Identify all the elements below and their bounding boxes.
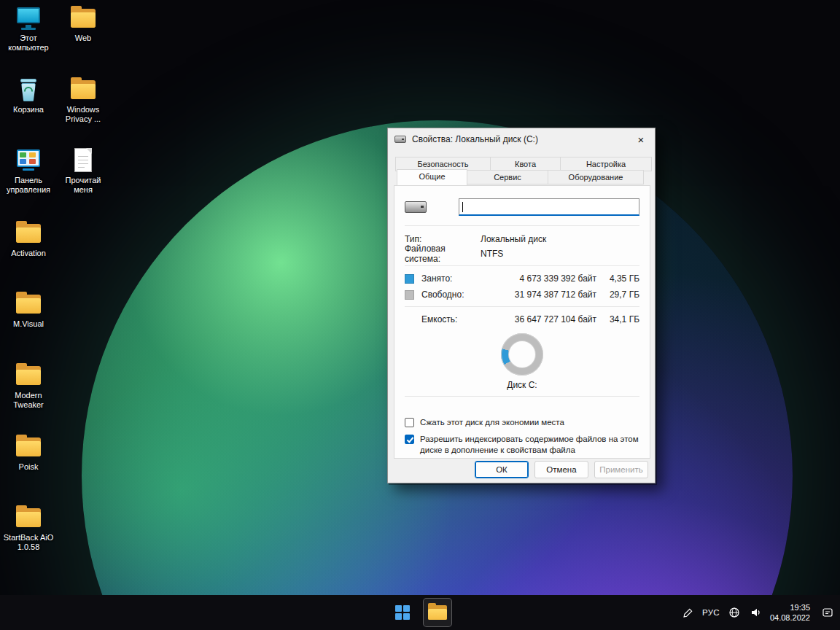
- general-tab-panel: Тип: Локальный диск Файловая система: NT…: [394, 185, 650, 459]
- tab-hardware[interactable]: Оборудование: [548, 170, 644, 184]
- desktop-icon-control-panel[interactable]: Панель управления: [1, 148, 55, 195]
- desktop-icon-startback[interactable]: StartBack AiO 1.0.58: [1, 505, 55, 552]
- filesystem-row: Файловая система: NTFS: [405, 246, 639, 261]
- cancel-button[interactable]: Отмена: [534, 461, 588, 478]
- control-panel-icon: [14, 148, 43, 173]
- tab-strip-front: Общие Сервис Оборудование: [397, 170, 643, 186]
- desktop-icon-label: Windows Privacy ...: [56, 105, 110, 124]
- type-value: Локальный диск: [481, 234, 546, 244]
- used-size: 4,35 ГБ: [596, 273, 639, 284]
- desktop-icon-label: Activation: [11, 249, 46, 258]
- desktop-icon-label: Панель управления: [1, 176, 55, 195]
- desktop-icon-label: Web: [75, 34, 91, 43]
- separator: [405, 306, 639, 307]
- folder-icon: [14, 221, 43, 246]
- desktop-icon-label: Modern Tweaker: [1, 391, 55, 410]
- desktop-icon-windows-privacy[interactable]: Windows Privacy ...: [56, 77, 110, 124]
- folder-icon: [14, 363, 43, 388]
- taskbar-center: [388, 598, 452, 627]
- document-icon: [69, 148, 98, 173]
- desktop-icon-readme[interactable]: Прочитай меня: [56, 148, 110, 195]
- disk-properties-dialog: Свойства: Локальный диск (C:) × Безопасн…: [387, 128, 656, 483]
- pen-icon[interactable]: [681, 606, 694, 619]
- desktop-icon-recycle-bin[interactable]: Корзина: [1, 77, 55, 114]
- language-indicator[interactable]: РУС: [702, 608, 720, 617]
- folder-icon: [14, 435, 43, 459]
- tab-service[interactable]: Сервис: [467, 170, 548, 184]
- windows-logo-icon: [395, 605, 410, 620]
- capacity-label: Емкость:: [421, 314, 487, 324]
- volume-label-input[interactable]: [459, 198, 639, 216]
- tab-settings[interactable]: Настройка: [560, 157, 652, 171]
- desktop-icon-label: Этот компьютер: [1, 34, 55, 52]
- index-checkbox[interactable]: [405, 435, 414, 444]
- free-label: Свободно:: [421, 289, 487, 300]
- taskbar-file-explorer-button[interactable]: [423, 598, 452, 627]
- tab-general[interactable]: Общие: [397, 169, 467, 185]
- compress-checkbox[interactable]: [405, 418, 414, 427]
- used-swatch: [405, 274, 414, 284]
- tab-quota[interactable]: Квота: [490, 157, 561, 171]
- taskbar-time: 19:35: [770, 602, 810, 612]
- folder-icon: [14, 505, 43, 530]
- desktop-icon-mvisual[interactable]: M.Visual: [1, 292, 55, 329]
- dialog-title: Свойства: Локальный диск (C:): [412, 134, 538, 144]
- desktop-icon-label: M.Visual: [13, 319, 44, 329]
- desktop-icon-modern-tweaker[interactable]: Modern Tweaker: [1, 363, 55, 410]
- free-size: 29,7 ГБ: [596, 289, 639, 300]
- index-checkbox-label: Разрешить индексировать содержимое файло…: [420, 434, 639, 456]
- notification-icon[interactable]: [821, 606, 834, 619]
- used-label: Занято:: [421, 273, 487, 284]
- apply-button[interactable]: Применить: [594, 461, 648, 478]
- taskbar-clock[interactable]: 19:35 04.08.2022: [770, 602, 810, 623]
- dialog-titlebar[interactable]: Свойства: Локальный диск (C:) ×: [388, 128, 655, 150]
- separator: [405, 396, 639, 397]
- free-bytes: 31 974 387 712 байт: [487, 289, 596, 300]
- folder-icon: [69, 77, 98, 102]
- close-button[interactable]: ×: [627, 128, 655, 150]
- free-swatch: [405, 290, 414, 300]
- used-bytes: 4 673 339 392 байт: [487, 273, 596, 284]
- drive-icon: [405, 201, 427, 213]
- desktop-icon-label: Poisk: [19, 462, 39, 472]
- volume-label-row: [405, 198, 639, 217]
- separator: [405, 265, 639, 266]
- drive-icon: [394, 136, 406, 143]
- desktop-icon-poisk[interactable]: Poisk: [1, 435, 55, 472]
- used-space-row: Занято: 4 673 339 392 байт 4,35 ГБ: [405, 271, 639, 287]
- desktop-icon-label: Прочитай меня: [56, 176, 110, 195]
- capacity-bytes: 36 647 727 104 байт: [487, 314, 596, 324]
- capacity-row: Емкость: 36 647 727 104 байт 34,1 ГБ: [405, 311, 639, 327]
- desktop-icon-activation[interactable]: Activation: [1, 221, 55, 258]
- type-label: Тип:: [405, 234, 481, 244]
- compress-checkbox-label: Сжать этот диск для экономии места: [420, 417, 564, 429]
- ok-button[interactable]: ОК: [475, 461, 529, 478]
- network-globe-icon[interactable]: [728, 606, 741, 619]
- taskbar: РУС 19:35 04.08.2022: [0, 595, 840, 630]
- dialog-buttons: ОК Отмена Применить: [475, 461, 648, 478]
- taskbar-date: 04.08.2022: [770, 612, 810, 623]
- computer-icon: [14, 6, 43, 31]
- filesystem-label: Файловая система:: [405, 244, 481, 264]
- filesystem-value: NTFS: [481, 249, 503, 259]
- free-space-row: Свободно: 31 974 387 712 байт 29,7 ГБ: [405, 287, 639, 303]
- speaker-icon[interactable]: [749, 606, 762, 619]
- capacity-size: 34,1 ГБ: [596, 314, 639, 324]
- file-explorer-icon: [427, 604, 448, 621]
- disk-caption: Диск C:: [405, 380, 639, 392]
- desktop-icon-this-pc[interactable]: Этот компьютер: [1, 6, 55, 52]
- disk-usage-donut: [501, 333, 543, 376]
- start-button[interactable]: [388, 598, 417, 627]
- compress-checkbox-row[interactable]: Сжать этот диск для экономии места: [405, 417, 639, 429]
- folder-icon: [14, 292, 43, 316]
- desktop-icon-web[interactable]: Web: [56, 6, 110, 43]
- system-tray: РУС 19:35 04.08.2022: [681, 595, 834, 630]
- close-icon: ×: [638, 133, 645, 146]
- index-checkbox-row[interactable]: Разрешить индексировать содержимое файло…: [405, 434, 639, 456]
- folder-icon: [69, 6, 98, 31]
- separator: [405, 225, 639, 226]
- volume-label-input-wrap: [459, 198, 639, 216]
- disk-usage-chart-wrap: [405, 333, 639, 376]
- desktop-icon-label: StartBack AiO 1.0.58: [1, 533, 55, 552]
- desktop-icon-label: Корзина: [13, 105, 44, 114]
